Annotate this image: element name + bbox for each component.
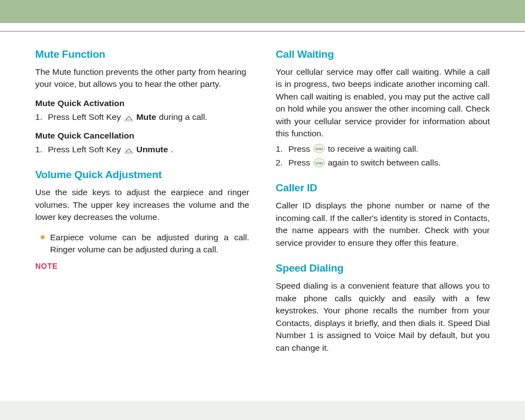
step-bold: Unmute <box>136 143 168 156</box>
section-call-waiting: Call Waiting Your cellular service may o… <box>276 48 490 169</box>
page-content: Mute Function The Mute function prevents… <box>0 32 525 367</box>
step-bold: Mute <box>136 110 156 123</box>
list-item: 1. Press SEND to receive a waiting call. <box>276 142 490 155</box>
heading-speed-dialing: Speed Dialing <box>276 262 490 274</box>
heading-call-waiting: Call Waiting <box>276 48 490 60</box>
step-number: 1. <box>276 142 286 155</box>
mute-activation-subheading: Mute Quick Activation <box>35 98 249 108</box>
step-tail: . <box>171 143 173 156</box>
speed-dialing-description: Speed dialing is a convenient feature th… <box>276 280 490 354</box>
section-volume: Volume Quick Adjustment Use the side key… <box>35 169 249 270</box>
step-text: Press Left Soft Key <box>48 110 121 123</box>
bullet-text: Earpiece volume can be adjusted during a… <box>50 231 249 256</box>
call-waiting-steps: 1. Press SEND to receive a waiting call.… <box>276 142 490 169</box>
step-tail: again to switch between calls. <box>328 156 441 169</box>
section-mute-function: Mute Function The Mute function prevents… <box>35 48 249 156</box>
mute-cancel-subheading: Mute Quick Cancellation <box>35 131 249 141</box>
list-item: 2. Press SEND again to switch between ca… <box>276 156 490 169</box>
volume-description: Use the side keys to adjust the earpiece… <box>35 186 249 223</box>
mute-cancel-steps: 1. Press Left Soft Key Unmute. <box>35 143 249 156</box>
mute-activation-steps: 1. Press Left Soft Key Mute during a cal… <box>35 110 249 123</box>
caller-id-description: Caller ID displays the phone number or n… <box>276 200 490 249</box>
step-text: Press Left Soft Key <box>48 143 121 156</box>
send-key-icon: SEND <box>313 143 325 153</box>
svg-point-0 <box>124 119 133 121</box>
step-tail: during a call. <box>159 110 207 123</box>
step-number: 1. <box>35 143 45 156</box>
step-number: 2. <box>276 156 286 169</box>
bullet-icon <box>41 235 45 239</box>
svg-point-1 <box>128 116 129 117</box>
heading-caller-id: Caller ID <box>276 182 490 194</box>
svg-text:SEND: SEND <box>315 161 323 164</box>
footer-band <box>0 401 525 420</box>
left-column: Mute Function The Mute function prevents… <box>35 48 249 367</box>
step-text: Press <box>288 156 310 169</box>
step-number: 1. <box>35 110 45 123</box>
note-label: NOTE <box>35 262 249 270</box>
step-text: Press <box>288 142 310 155</box>
left-soft-key-icon <box>124 113 134 121</box>
step-tail: to receive a waiting call. <box>328 142 419 155</box>
call-waiting-description: Your cellular service may offer call wai… <box>276 66 490 140</box>
svg-text:SEND: SEND <box>315 147 323 151</box>
list-item: 1. Press Left Soft Key Mute during a cal… <box>35 110 249 123</box>
send-key-icon: SEND <box>313 158 325 168</box>
header-band <box>0 0 525 23</box>
heading-mute: Mute Function <box>35 48 249 60</box>
right-column: Call Waiting Your cellular service may o… <box>276 48 490 367</box>
volume-bullet: Earpiece volume can be adjusted during a… <box>35 231 249 256</box>
mute-description: The Mute function prevents the other par… <box>35 66 249 91</box>
left-soft-key-icon <box>124 145 134 154</box>
svg-point-2 <box>124 152 133 154</box>
svg-point-3 <box>128 148 129 150</box>
list-item: 1. Press Left Soft Key Unmute. <box>35 143 249 156</box>
section-speed-dialing: Speed Dialing Speed dialing is a conveni… <box>276 262 490 354</box>
heading-volume: Volume Quick Adjustment <box>35 169 249 181</box>
section-caller-id: Caller ID Caller ID displays the phone n… <box>276 182 490 249</box>
